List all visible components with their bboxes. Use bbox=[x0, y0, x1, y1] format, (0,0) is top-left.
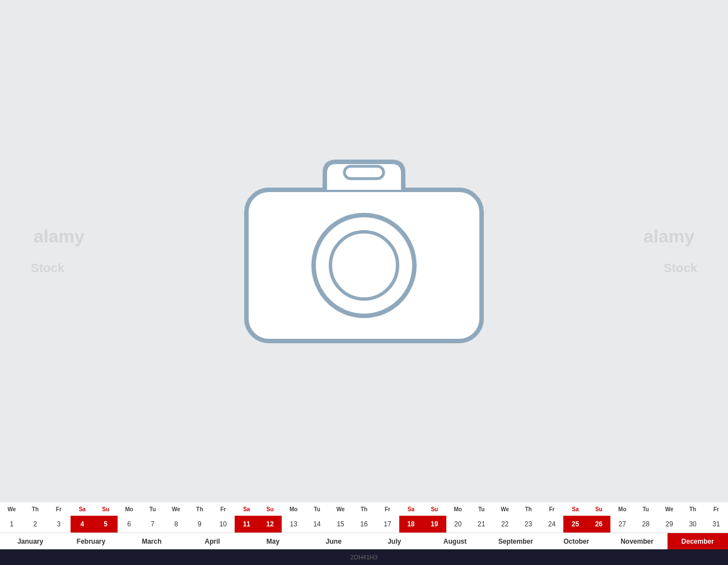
calendar-months-row: JanuaryFebruaryMarchAprilMayJuneJulyAugu… bbox=[0, 533, 728, 549]
cal-day-2: 2 bbox=[24, 516, 47, 533]
camera-icon bbox=[230, 145, 498, 358]
month-may[interactable]: May bbox=[242, 533, 303, 549]
cal-day-10: 10 bbox=[211, 516, 235, 533]
month-july[interactable]: July bbox=[364, 533, 424, 549]
cal-header-8: Th bbox=[188, 502, 211, 516]
cal-day-7: 7 bbox=[141, 516, 165, 533]
cal-header-18: Su bbox=[423, 502, 446, 516]
main-image-area: alamy alamy Stock Stock bbox=[0, 0, 728, 502]
month-april[interactable]: April bbox=[182, 533, 242, 549]
cal-day-28: 28 bbox=[634, 516, 657, 533]
calendar-header-row: WeThFrSaSuMoTuWeThFrSaSuMoTuWeThFrSaSuMo… bbox=[0, 502, 728, 516]
cal-header-9: Fr bbox=[211, 502, 235, 516]
cal-header-17: Sa bbox=[399, 502, 423, 516]
cal-day-31: 31 bbox=[704, 516, 728, 533]
cal-day-6: 6 bbox=[118, 516, 141, 533]
cal-day-11: 11 bbox=[235, 516, 258, 533]
cal-header-11: Su bbox=[258, 502, 282, 516]
cal-header-28: We bbox=[657, 502, 681, 516]
cal-day-1: 1 bbox=[0, 516, 24, 533]
calendar-section: WeThFrSaSuMoTuWeThFrSaSuMoTuWeThFrSaSuMo… bbox=[0, 502, 728, 549]
cal-header-29: Th bbox=[681, 502, 704, 516]
svg-rect-1 bbox=[344, 166, 384, 179]
cal-header-22: Th bbox=[517, 502, 540, 516]
cal-day-12: 12 bbox=[258, 516, 282, 533]
cal-day-9: 9 bbox=[188, 516, 211, 533]
watermark-alamy-right: alamy bbox=[643, 226, 694, 247]
cal-header-21: We bbox=[493, 502, 517, 516]
cal-header-30: Fr bbox=[704, 502, 728, 516]
month-march[interactable]: March bbox=[122, 533, 182, 549]
cal-day-21: 21 bbox=[470, 516, 493, 533]
cal-header-5: Mo bbox=[118, 502, 141, 516]
cal-header-13: Tu bbox=[305, 502, 329, 516]
bottom-bar: 2DH41H3 bbox=[0, 549, 728, 565]
cal-day-5: 5 bbox=[94, 516, 118, 533]
cal-header-7: We bbox=[165, 502, 188, 516]
cal-day-16: 16 bbox=[352, 516, 376, 533]
cal-day-14: 14 bbox=[305, 516, 329, 533]
cal-day-25: 25 bbox=[563, 516, 587, 533]
watermark-stock-right: Stock bbox=[664, 261, 697, 276]
cal-day-18: 18 bbox=[399, 516, 423, 533]
month-december[interactable]: December bbox=[668, 533, 728, 549]
cal-header-23: Fr bbox=[540, 502, 564, 516]
month-june[interactable]: June bbox=[304, 533, 364, 549]
cal-header-26: Mo bbox=[610, 502, 634, 516]
calendar-days-row: 1234567891011121314151617181920212223242… bbox=[0, 516, 728, 533]
month-october[interactable]: October bbox=[546, 533, 606, 549]
cal-day-17: 17 bbox=[376, 516, 399, 533]
cal-header-3: Sa bbox=[71, 502, 94, 516]
cal-day-26: 26 bbox=[587, 516, 610, 533]
month-february[interactable]: February bbox=[60, 533, 121, 549]
cal-header-1: Th bbox=[24, 502, 47, 516]
cal-header-25: Su bbox=[587, 502, 610, 516]
month-january[interactable]: January bbox=[0, 533, 60, 549]
cal-header-12: Mo bbox=[282, 502, 305, 516]
cal-header-27: Tu bbox=[634, 502, 657, 516]
cal-header-15: Th bbox=[352, 502, 376, 516]
cal-day-24: 24 bbox=[540, 516, 564, 533]
cal-header-16: Fr bbox=[376, 502, 399, 516]
watermark-stock-left: Stock bbox=[31, 261, 64, 276]
month-november[interactable]: November bbox=[606, 533, 667, 549]
cal-header-14: We bbox=[329, 502, 352, 516]
cal-day-27: 27 bbox=[610, 516, 634, 533]
cal-day-30: 30 bbox=[681, 516, 704, 533]
cal-header-24: Sa bbox=[563, 502, 587, 516]
cal-day-8: 8 bbox=[165, 516, 188, 533]
cal-header-2: Fr bbox=[47, 502, 71, 516]
cal-day-3: 3 bbox=[47, 516, 71, 533]
cal-header-20: Tu bbox=[470, 502, 493, 516]
cal-day-15: 15 bbox=[329, 516, 352, 533]
cal-header-10: Sa bbox=[235, 502, 258, 516]
cal-day-13: 13 bbox=[282, 516, 305, 533]
month-august[interactable]: August bbox=[424, 533, 485, 549]
svg-point-3 bbox=[330, 232, 398, 299]
cal-day-4: 4 bbox=[71, 516, 94, 533]
cal-header-4: Su bbox=[94, 502, 118, 516]
month-september[interactable]: September bbox=[486, 533, 546, 549]
cal-day-19: 19 bbox=[423, 516, 446, 533]
cal-header-6: Tu bbox=[141, 502, 165, 516]
cal-day-23: 23 bbox=[517, 516, 540, 533]
image-id: 2DH41H3 bbox=[351, 554, 377, 561]
cal-header-19: Mo bbox=[446, 502, 470, 516]
cal-day-22: 22 bbox=[493, 516, 517, 533]
watermark-alamy-left: alamy bbox=[34, 226, 85, 247]
cal-day-20: 20 bbox=[446, 516, 470, 533]
cal-header-0: We bbox=[0, 502, 24, 516]
cal-day-29: 29 bbox=[657, 516, 681, 533]
